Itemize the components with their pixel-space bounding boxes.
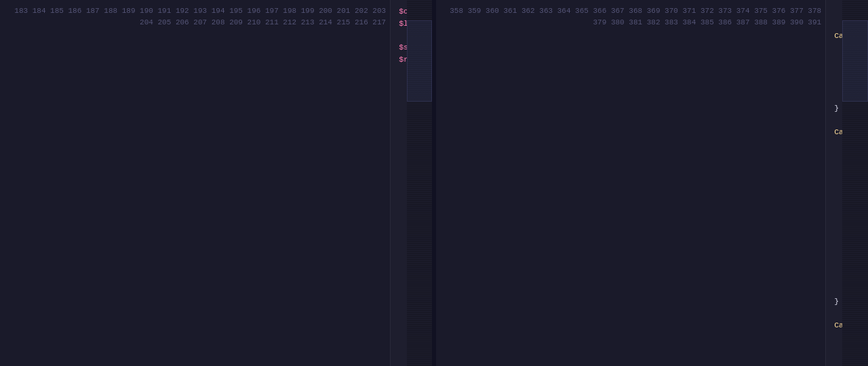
minimap-php [407,0,432,366]
line-numbers-js: 358 359 360 361 362 363 364 365 366 367 … [436,0,826,366]
minimap-js [842,0,868,366]
js-panel: 358 359 360 361 362 363 364 365 366 367 … [436,0,868,366]
js-code[interactable]: } Carousel.prototype.getItemForDirec dir… [826,0,842,366]
php-panel: 183 184 185 186 187 188 189 190 191 192 … [0,0,432,366]
line-numbers-php: 183 184 185 186 187 188 189 190 191 192 … [0,0,391,366]
php-code[interactable]: $old_tax = arr $lpa_tax = array(); $sort… [391,0,407,366]
